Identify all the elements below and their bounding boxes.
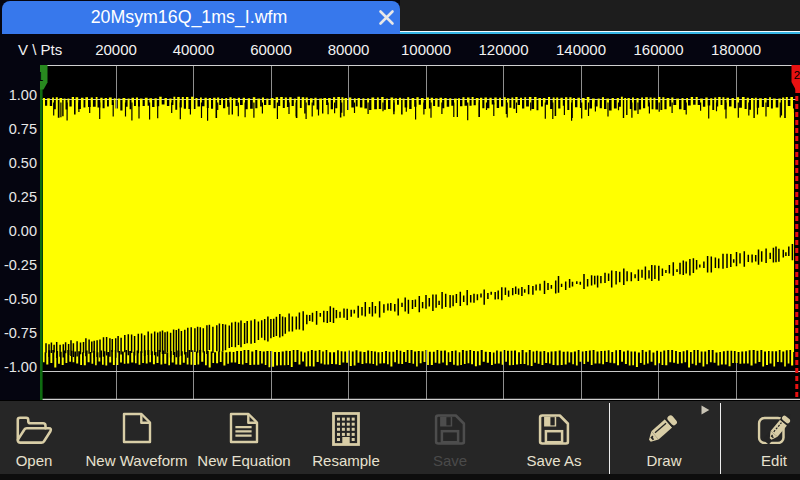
svg-text:2: 2 [794,69,800,81]
